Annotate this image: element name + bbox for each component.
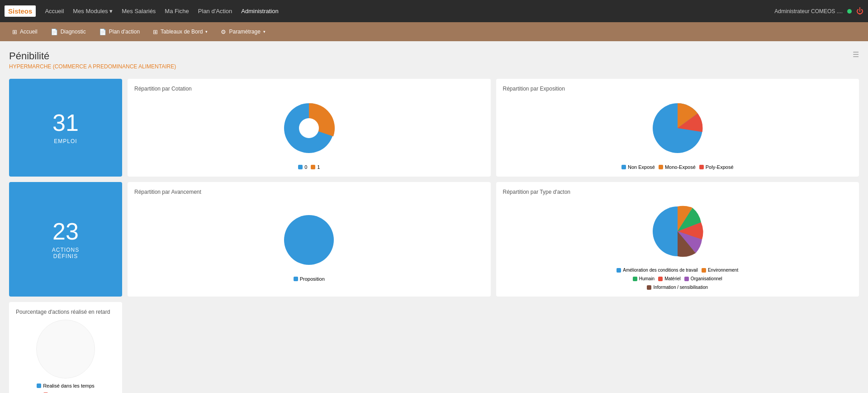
logo-text-accent: eos	[21, 7, 33, 15]
home-icon: ⊞	[12, 29, 17, 35]
stat-card-actions: 23 ACTIONS DÉFINIS	[9, 182, 122, 297]
chart-cotation-container: 0 1	[134, 96, 484, 170]
dashboard-top-row: 31 EMPLOI Répartition par Cotation 0	[9, 79, 859, 177]
chart-avancement: Répartition par Avancement Proposition	[128, 182, 491, 297]
legend-dot-1	[311, 165, 315, 169]
sub-nav-plan-label: Plan d'action	[109, 29, 140, 35]
chart-cotation-title: Répartition par Cotation	[134, 86, 484, 92]
legend-dot-materiel	[658, 277, 663, 281]
stat-label-emploi: EMPLOI	[54, 138, 77, 144]
parametrage-icon: ⚙	[221, 29, 226, 35]
cotation-pie-chart	[277, 96, 341, 160]
exposition-legend: Non Exposé Mono-Exposé Poly-Exposé	[621, 164, 734, 170]
stat-card-emploi: 31 EMPLOI	[9, 79, 122, 177]
sub-nav-parametrage-label: Paramétrage	[229, 29, 260, 35]
sub-nav-tableaux-label: Tableaux de Bord	[161, 29, 203, 35]
legend-dot-environnement	[702, 268, 706, 273]
legend-dot-realise-temps	[37, 383, 41, 388]
chart-type-acton-title: Répartition par Type d'acton	[503, 189, 853, 195]
legend-dot-organisationnel	[684, 277, 689, 281]
chart-retard-container: Realisé dans les temps Realisé en retard	[16, 320, 115, 393]
legend-label-amelioration: Amélioration des conditions de travail	[623, 268, 698, 273]
chart-exposition-title: Répartition par Exposition	[503, 86, 853, 92]
app-logo[interactable]: Sisteos	[5, 5, 36, 17]
legend-item-1: 1	[311, 164, 320, 170]
type-acton-legend: Amélioration des conditions de travail E…	[610, 268, 745, 290]
avancement-legend: Proposition	[294, 276, 325, 282]
legend-item-proposition: Proposition	[294, 276, 325, 282]
page-header: Pénibilité HYPERMARCHE (COMMERCE A PREDO…	[9, 50, 859, 79]
nav-item-modules[interactable]: Mes Modules ▾	[73, 8, 113, 14]
retard-empty-chart	[36, 320, 95, 379]
svg-point-1	[299, 118, 319, 138]
type-acton-pie-chart	[646, 200, 709, 263]
page-title-block: Pénibilité HYPERMARCHE (COMMERCE A PREDO…	[9, 50, 176, 79]
legend-dot-poly-expose	[699, 165, 704, 169]
nav-item-accueil[interactable]: Accueil	[45, 8, 64, 14]
chart-retard: Pourcentage d'actions réalisé en retard …	[9, 302, 122, 393]
logout-icon[interactable]: ⏻	[856, 7, 863, 15]
legend-label-proposition: Proposition	[300, 276, 325, 282]
legend-dot-mono-expose	[659, 165, 663, 169]
top-nav-items: Accueil Mes Modules ▾ Mes Salariés Ma Fi…	[45, 8, 774, 14]
user-info: Administrateur COMEOS ....	[774, 8, 843, 14]
svg-point-4	[284, 215, 334, 265]
legend-dot-proposition	[294, 277, 298, 281]
legend-item-0: 0	[298, 164, 307, 170]
legend-label-realise-temps: Realisé dans les temps	[43, 383, 95, 388]
chart-cotation: Répartition par Cotation 0 1	[128, 79, 491, 177]
chart-type-acton-container: Amélioration des conditions de travail E…	[503, 200, 853, 290]
nav-item-salaries[interactable]: Mes Salariés	[122, 8, 156, 14]
exposition-pie-chart	[646, 96, 709, 160]
page-title: Pénibilité	[9, 50, 176, 62]
legend-label-environnement: Environnement	[708, 268, 738, 273]
sub-navigation: ⊞ Accueil 📄 Diagnostic 📄 Plan d'action ⊞…	[0, 22, 868, 41]
chart-retard-title: Pourcentage d'actions réalisé en retard	[16, 309, 115, 315]
legend-label-information: Information / sensibilisation	[653, 285, 708, 290]
legend-label-mono-expose: Mono-Exposé	[665, 164, 696, 170]
sub-nav-diagnostic-label: Diagnostic	[61, 29, 86, 35]
legend-item-materiel: Matériel	[658, 276, 681, 281]
retard-legend: Realisé dans les temps Realisé en retard	[16, 383, 115, 393]
chart-exposition: Répartition par Exposition Non Exposé	[496, 79, 859, 177]
sub-nav-tableaux[interactable]: ⊞ Tableaux de Bord ▾	[147, 26, 213, 38]
diagnostic-icon: 📄	[51, 29, 58, 35]
legend-item-non-expose: Non Exposé	[621, 164, 655, 170]
legend-item-organisationnel: Organisationnel	[684, 276, 722, 281]
tableaux-dropdown-arrow: ▾	[205, 29, 208, 34]
sub-nav-accueil[interactable]: ⊞ Accueil	[7, 26, 43, 38]
legend-item-information: Information / sensibilisation	[647, 285, 708, 290]
main-content: Pénibilité HYPERMARCHE (COMMERCE A PREDO…	[0, 41, 868, 393]
legend-dot-0	[298, 165, 303, 169]
nav-right: Administrateur COMEOS .... ⏻	[774, 7, 863, 15]
dashboard-bottom-row: 23 ACTIONS DÉFINIS Répartition par Avanc…	[9, 182, 859, 393]
legend-label-0: 0	[304, 164, 307, 170]
legend-dot-humain	[633, 277, 637, 281]
logo-text-main: Sist	[8, 7, 21, 15]
cotation-legend: 0 1	[298, 164, 320, 170]
legend-item-poly-expose: Poly-Exposé	[699, 164, 734, 170]
nav-item-administration[interactable]: Administration	[241, 8, 278, 14]
nav-item-fiche[interactable]: Ma Fiche	[165, 8, 189, 14]
tableaux-icon: ⊞	[153, 29, 158, 35]
legend-label-humain: Humain	[639, 276, 655, 281]
legend-label-materiel: Matériel	[664, 276, 681, 281]
parametrage-dropdown-arrow: ▾	[263, 29, 266, 34]
legend-label-poly-expose: Poly-Exposé	[706, 164, 734, 170]
top-navigation: Sisteos Accueil Mes Modules ▾ Mes Salari…	[0, 0, 868, 22]
chart-avancement-title: Répartition par Avancement	[134, 189, 484, 195]
chart-avancement-container: Proposition	[134, 200, 484, 290]
legend-dot-information	[647, 285, 651, 290]
stat-number-emploi: 31	[52, 111, 79, 134]
legend-label-1: 1	[317, 164, 320, 170]
legend-item-humain: Humain	[633, 276, 655, 281]
nav-item-plan[interactable]: Plan d'Action	[198, 8, 232, 14]
sub-nav-plan-action[interactable]: 📄 Plan d'action	[94, 26, 145, 38]
plan-icon: 📄	[99, 29, 106, 35]
page-settings-icon[interactable]: ☰	[853, 50, 859, 59]
legend-item-mono-expose: Mono-Exposé	[659, 164, 696, 170]
sub-nav-diagnostic[interactable]: 📄 Diagnostic	[45, 26, 91, 38]
legend-item-realise-temps: Realisé dans les temps	[37, 383, 95, 388]
page-subtitle: HYPERMARCHE (COMMERCE A PREDOMINANCE ALI…	[9, 63, 176, 70]
sub-nav-parametrage[interactable]: ⚙ Paramétrage ▾	[215, 26, 270, 38]
